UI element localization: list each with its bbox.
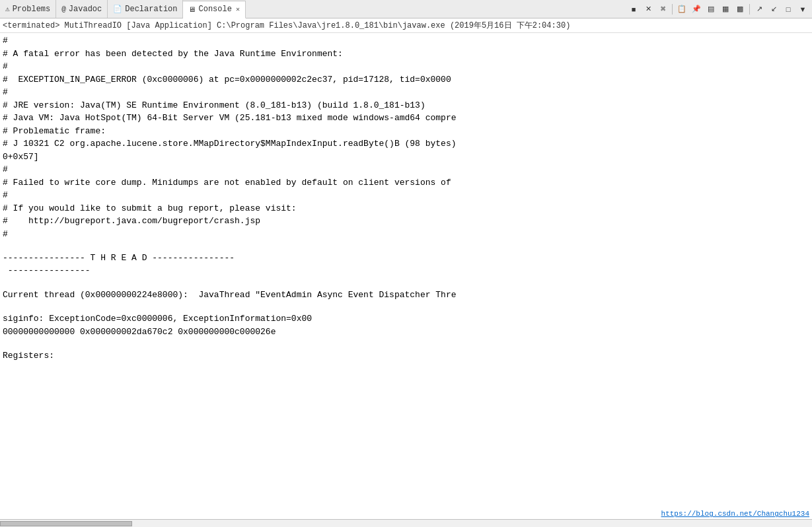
console-icon: 🖥 (188, 5, 196, 14)
tab-javadoc[interactable]: @ Javadoc (56, 0, 108, 18)
tab-declaration-label: Declaration (125, 5, 177, 14)
toolbar-view3-btn[interactable]: ▩ (733, 3, 747, 16)
toolbar-open-btn[interactable]: ↗ (753, 3, 766, 16)
console-line: Current thread (0x00000000224e8000): Jav… (3, 289, 809, 302)
console-line: siginfo: ExceptionCode=0xc0000006, Excep… (3, 312, 809, 326)
problems-icon: ⚠ (5, 5, 10, 13)
console-line: # Failed to write core dump. Minidumps a… (3, 176, 809, 190)
toolbar-terminate-btn[interactable]: ✕ (642, 3, 655, 16)
tab-javadoc-label: Javadoc (69, 5, 102, 14)
watermark-link[interactable]: https://blog.csdn.net/Changchu1234 (661, 510, 809, 518)
console-line: # (3, 163, 809, 176)
console-line: # (3, 86, 809, 99)
console-line: # (3, 60, 809, 73)
console-line: 00000000000000 0x000000002da670c2 0x0000… (3, 326, 809, 339)
console-line: 0+0x57] (3, 151, 809, 164)
console-line: # If you would like to submit a bug repo… (3, 202, 809, 215)
toolbar-menu-btn[interactable]: ▼ (796, 3, 809, 16)
console-line: ---------------- T H R E A D -----------… (3, 252, 809, 265)
console-area[interactable]: ## A fatal error has been detected by th… (0, 33, 812, 519)
console-line: # Problematic frame: (3, 125, 809, 138)
console-line: # J 10321 C2 org.apache.lucene.store.MMa… (3, 137, 809, 151)
h-scrollbar-track[interactable] (0, 520, 812, 527)
console-line: # (3, 189, 809, 202)
toolbar-copy-btn[interactable]: 📋 (675, 3, 688, 16)
toolbar-view2-btn[interactable]: ▦ (719, 3, 732, 16)
toolbar-remove-btn[interactable]: ✖ (656, 3, 669, 16)
console-line: # (3, 34, 809, 48)
toolbar-pin-btn[interactable]: 📌 (690, 3, 703, 16)
console-line (3, 277, 809, 289)
toolbar-minimize-btn[interactable]: ↙ (767, 3, 780, 16)
tab-problems[interactable]: ⚠ Problems (0, 0, 56, 18)
toolbar-stop-btn[interactable]: ■ (627, 3, 640, 16)
console-line: ---------------- (3, 264, 809, 277)
tab-console-label: Console (198, 5, 231, 14)
console-output: ## A fatal error has been detected by th… (3, 34, 809, 363)
console-line: # http://bugreport.java.com/bugreport/cr… (3, 215, 809, 228)
h-scrollbar-thumb[interactable] (0, 521, 132, 526)
tab-declaration[interactable]: 📄 Declaration (108, 0, 183, 18)
console-line (3, 301, 809, 312)
javadoc-icon: @ (61, 5, 66, 13)
toolbar-sep1 (672, 4, 673, 15)
toolbar-maximize-btn[interactable]: □ (782, 3, 795, 16)
toolbar-sep2 (749, 4, 750, 15)
console-line (3, 338, 809, 349)
tab-console[interactable]: 🖥 Console ✕ (183, 1, 245, 18)
tab-bar: ⚠ Problems @ Javadoc 📄 Declaration 🖥 Con… (0, 0, 812, 18)
declaration-icon: 📄 (113, 5, 122, 13)
tab-problems-label: Problems (13, 5, 51, 14)
console-line: # (3, 228, 809, 241)
console-line: # EXCEPTION_IN_PAGE_ERROR (0xc0000006) a… (3, 73, 809, 87)
toolbar-view1-btn[interactable]: ▤ (704, 3, 718, 16)
terminated-text: <terminated> MutiThreadIO [Java Applicat… (3, 21, 570, 30)
status-bar: <terminated> MutiThreadIO [Java Applicat… (0, 18, 812, 33)
console-line: # A fatal error has been detected by the… (3, 48, 809, 61)
horizontal-scrollbar[interactable] (0, 519, 812, 527)
console-line: Registers: (3, 349, 809, 363)
console-line: # Java VM: Java HotSpot(TM) 64-Bit Serve… (3, 112, 809, 125)
console-line (3, 240, 809, 252)
console-line: # JRE version: Java(TM) SE Runtime Envir… (3, 99, 809, 112)
tab-console-close[interactable]: ✕ (236, 5, 240, 13)
